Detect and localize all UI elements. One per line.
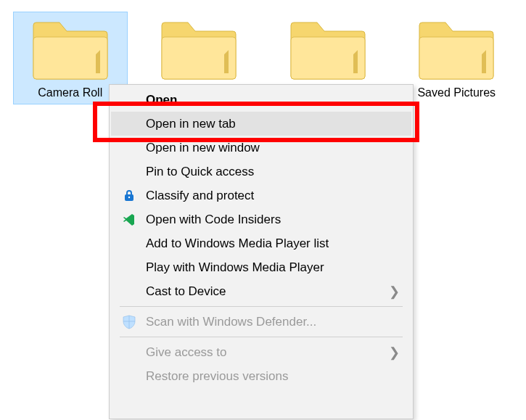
menu-label: Pin to Quick access: [146, 165, 400, 179]
menu-label: Restore previous versions: [146, 369, 400, 384]
chevron-right-icon: ❯: [389, 284, 400, 300]
vscode-insiders-icon: [120, 212, 139, 228]
shield-icon: [120, 314, 139, 330]
lock-icon: [120, 188, 139, 204]
menu-item-cast[interactable]: Cast to Device ❯: [111, 279, 411, 303]
menu-separator: [120, 306, 403, 307]
svg-point-1: [128, 196, 130, 197]
blank-icon: [120, 164, 139, 180]
menu-label: Open with Code Insiders: [146, 213, 400, 227]
blank-icon: [120, 236, 139, 252]
menu-item-give-access[interactable]: Give access to ❯: [111, 340, 411, 364]
menu-label: Add to Windows Media Player list: [146, 236, 400, 251]
menu-item-play-wmp[interactable]: Play with Windows Media Player: [111, 255, 411, 279]
blank-icon: [120, 92, 139, 108]
menu-label: Open in new tab: [146, 117, 400, 131]
folder-label: Saved Pictures: [417, 86, 496, 99]
folder-label: Camera Roll: [38, 86, 102, 99]
blank-icon: [120, 345, 139, 361]
menu-item-open[interactable]: Open: [111, 88, 411, 112]
chevron-right-icon: ❯: [389, 345, 400, 361]
menu-item-pin-quick-access[interactable]: Pin to Quick access: [111, 160, 411, 184]
folder-icon: [288, 15, 368, 82]
blank-icon: [120, 140, 139, 156]
blank-icon: [120, 260, 139, 276]
menu-label: Classify and protect: [146, 189, 400, 203]
menu-separator: [120, 337, 403, 337]
folder-item-saved-pictures[interactable]: Saved Pictures: [400, 12, 514, 104]
menu-item-restore[interactable]: Restore previous versions: [111, 364, 411, 388]
blank-icon: [120, 116, 139, 132]
menu-label: Cast to Device: [146, 284, 389, 299]
menu-item-open-new-window[interactable]: Open in new window: [111, 136, 411, 160]
menu-label: Play with Windows Media Player: [146, 260, 400, 275]
folder-icon: [416, 15, 496, 82]
menu-label: Open in new window: [146, 141, 400, 155]
menu-item-add-wmp[interactable]: Add to Windows Media Player list: [111, 231, 411, 255]
menu-item-code-insiders[interactable]: Open with Code Insiders: [111, 207, 411, 231]
folder-icon: [159, 15, 239, 82]
context-menu: Open Open in new tab Open in new window …: [109, 84, 414, 419]
folder-icon: [30, 15, 110, 82]
menu-item-open-new-tab[interactable]: Open in new tab: [111, 112, 411, 136]
blank-icon: [120, 368, 139, 384]
menu-item-classify[interactable]: Classify and protect: [111, 184, 411, 207]
menu-label: Open: [146, 93, 400, 107]
menu-label: Scan with Windows Defender...: [146, 315, 400, 329]
menu-item-defender[interactable]: Scan with Windows Defender...: [111, 310, 411, 334]
blank-icon: [120, 284, 139, 300]
menu-label: Give access to: [146, 345, 389, 360]
